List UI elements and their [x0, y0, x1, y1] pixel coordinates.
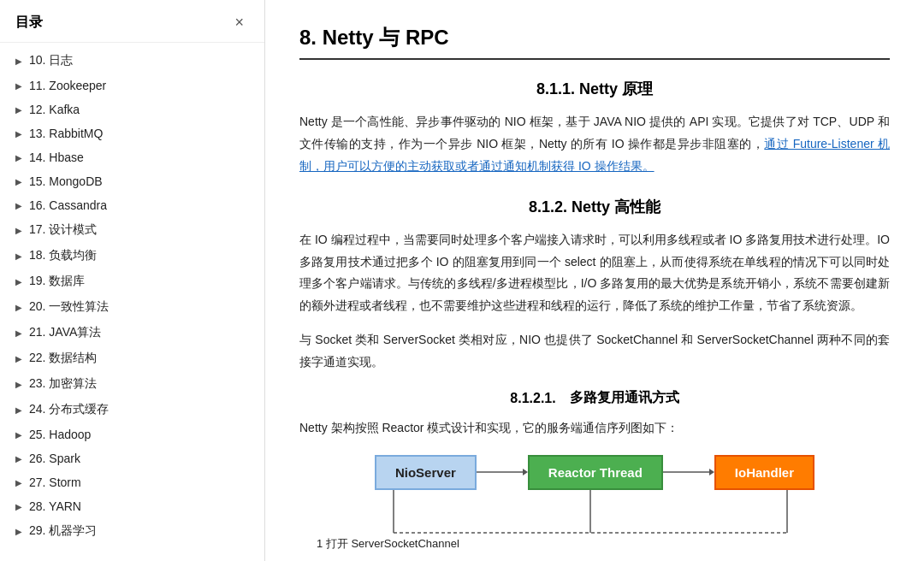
sidebar-item-23[interactable]: ▶23. 加密算法	[0, 371, 264, 397]
connector-line-2	[663, 465, 714, 479]
sidebar-item-25[interactable]: ▶25. Hadoop	[0, 422, 264, 446]
arrow-icon: ▶	[15, 105, 22, 115]
arrow-icon: ▶	[15, 380, 22, 389]
nioserver-box: NioServer	[375, 455, 477, 490]
sidebar-item-19[interactable]: ▶19. 数据库	[0, 269, 264, 294]
sidebar-item-24[interactable]: ▶24. 分布式缓存	[0, 397, 264, 422]
arrow-icon: ▶	[15, 251, 22, 261]
sidebar-item-label: 21. JAVA算法	[29, 325, 101, 340]
section-8121-para1: Netty 架构按照 Reactor 模式设计和实现，它的服务端通信序列图如下：	[299, 417, 890, 440]
sidebar: 目录 × ▶10. 日志▶11. Zookeeper▶12. Kafka▶13.…	[0, 0, 265, 561]
arrow-icon: ▶	[15, 177, 22, 186]
section-812-para1: 在 IO 编程过程中，当需要同时处理多个客户端接入请求时，可以利用多线程或者 I…	[299, 229, 890, 318]
iohandler-box: IoHandler	[714, 455, 814, 490]
arrow-icon: ▶	[15, 201, 22, 210]
sidebar-item-10[interactable]: ▶10. 日志	[0, 48, 264, 74]
arrow-icon: ▶	[15, 277, 22, 286]
sidebar-item-label: 19. 数据库	[29, 274, 85, 289]
sidebar-item-28[interactable]: ▶28. YARN	[0, 494, 264, 518]
step-1-text: 1 打开 ServerSocketChannel	[317, 536, 459, 552]
sidebar-item-18[interactable]: ▶18. 负载均衡	[0, 243, 264, 269]
sidebar-item-label: 16. Cassandra	[29, 198, 107, 212]
sidebar-item-29[interactable]: ▶29. 机器学习	[0, 518, 264, 544]
sidebar-title: 目录	[15, 14, 43, 32]
arrow-icon: ▶	[15, 430, 22, 440]
arrow-icon: ▶	[15, 129, 22, 139]
sidebar-item-11[interactable]: ▶11. Zookeeper	[0, 74, 264, 97]
section-8121-title: 8.1.2.1. 多路复用通讯方式	[299, 389, 890, 407]
sidebar-item-label: 27. Storm	[29, 475, 81, 489]
sidebar-item-20[interactable]: ▶20. 一致性算法	[0, 294, 264, 320]
sidebar-close-button[interactable]: ×	[229, 12, 249, 33]
arrow-icon: ▶	[15, 303, 22, 312]
sidebar-item-label: 23. 加密算法	[29, 376, 97, 392]
sidebar-item-label: 17. 设计模式	[29, 222, 97, 238]
section-8121-num: 8.1.2.1.	[510, 391, 555, 406]
arrow-icon: ▶	[15, 153, 22, 162]
arrow-icon: ▶	[15, 56, 22, 66]
arrow-icon: ▶	[15, 527, 22, 536]
reactor-thread-box: Reactor Thread	[528, 455, 663, 490]
arrow-icon: ▶	[15, 478, 22, 487]
sidebar-item-label: 18. 负载均衡	[29, 248, 97, 263]
sidebar-item-12[interactable]: ▶12. Kafka	[0, 97, 264, 121]
sidebar-item-label: 15. MongoDB	[29, 174, 103, 188]
sidebar-item-label: 20. 一致性算法	[29, 299, 109, 315]
connector-line-1	[477, 465, 528, 479]
arrow-icon: ▶	[15, 328, 22, 338]
sidebar-item-26[interactable]: ▶26. Spark	[0, 446, 264, 470]
sidebar-item-label: 25. Hadoop	[29, 428, 91, 441]
arrow-icon: ▶	[15, 502, 22, 511]
section-811-para1: Netty 是一个高性能、异步事件驱动的 NIO 框架，基于 JAVA NIO …	[299, 111, 890, 178]
sidebar-item-27[interactable]: ▶27. Storm	[0, 470, 264, 494]
sidebar-item-label: 28. YARN	[29, 499, 81, 513]
sidebar-item-label: 29. 机器学习	[29, 523, 97, 539]
arrow-icon: ▶	[15, 226, 22, 235]
sidebar-header: 目录 ×	[0, 0, 264, 43]
sidebar-item-13[interactable]: ▶13. RabbitMQ	[0, 121, 264, 145]
sidebar-item-21[interactable]: ▶21. JAVA算法	[0, 320, 264, 345]
sidebar-list: ▶10. 日志▶11. Zookeeper▶12. Kafka▶13. Rabb…	[0, 43, 264, 561]
sidebar-item-14[interactable]: ▶14. Hbase	[0, 145, 264, 169]
sidebar-item-17[interactable]: ▶17. 设计模式	[0, 217, 264, 243]
diagram-area: NioServer Reactor Thread IoHandler	[299, 455, 890, 552]
arrow-icon: ▶	[15, 405, 22, 415]
sidebar-item-label: 22. 数据结构	[29, 351, 97, 366]
sidebar-item-16[interactable]: ▶16. Cassandra	[0, 193, 264, 217]
sidebar-item-label: 24. 分布式缓存	[29, 402, 109, 417]
step-1-label: 1 打开 ServerSocketChannel	[317, 536, 459, 552]
sidebar-item-label: 26. Spark	[29, 452, 80, 465]
section-811-title: 8.1.1. Netty 原理	[299, 79, 890, 99]
arrow-icon: ▶	[15, 81, 22, 91]
sidebar-item-label: 10. 日志	[29, 53, 73, 68]
sidebar-item-15[interactable]: ▶15. MongoDB	[0, 169, 264, 193]
sidebar-item-label: 14. Hbase	[29, 151, 84, 164]
section-8121-text: 多路复用通讯方式	[570, 389, 679, 407]
main-content: 8. Netty 与 RPC 8.1.1. Netty 原理 Netty 是一个…	[265, 0, 924, 561]
arrow-icon: ▶	[15, 454, 22, 464]
arrow-icon: ▶	[15, 354, 22, 363]
diagram-boxes: NioServer Reactor Thread IoHandler	[299, 455, 890, 490]
sidebar-item-label: 12. Kafka	[29, 103, 80, 116]
sidebar-item-label: 13. RabbitMQ	[29, 127, 103, 140]
page-title: 8. Netty 与 RPC	[299, 24, 890, 60]
section-812-title: 8.1.2. Netty 高性能	[299, 197, 890, 217]
sidebar-item-label: 11. Zookeeper	[29, 79, 106, 92]
sidebar-item-22[interactable]: ▶22. 数据结构	[0, 345, 264, 371]
section-812-para2: 与 Socket 类和 ServerSocket 类相对应，NIO 也提供了 S…	[299, 329, 890, 374]
